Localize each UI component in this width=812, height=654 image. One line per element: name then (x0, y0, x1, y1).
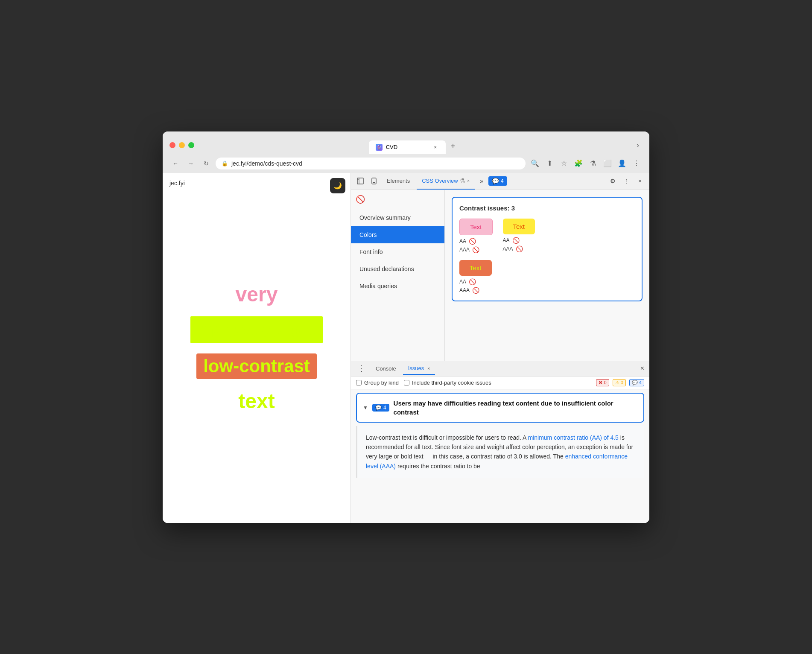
nav-item-colors[interactable]: Colors (351, 226, 444, 243)
tab-css-overview[interactable]: CSS Overview ⚗ × (417, 172, 475, 190)
svg-rect-2 (373, 182, 375, 183)
issues-badge-button[interactable]: 💬 4 (488, 176, 507, 186)
devtools-tabs-overflow[interactable]: » (476, 176, 487, 186)
aaa-fail-icon-orange: 🚫 (472, 287, 479, 294)
aa-fail-icon-orange: 🚫 (469, 278, 476, 285)
issue-title: Users may have difficulties reading text… (394, 399, 637, 417)
browser-content: jec.fyi 🌙 very inaccessible low-contrast… (163, 173, 649, 523)
issues-panel: ⋮ Console Issues × × Group by kind (351, 361, 649, 523)
issues-tab-close[interactable]: × (427, 366, 430, 371)
contrast-label-aa-orange: AA 🚫 (459, 278, 492, 285)
reload-button[interactable]: ↻ (200, 158, 212, 169)
group-by-kind-checkbox[interactable] (356, 380, 362, 385)
third-party-label[interactable]: Include third-party cookie issues (404, 380, 491, 386)
issue-text-3: requires the contrast ratio to be (397, 463, 480, 470)
text-preview-yellow[interactable]: Text (503, 219, 535, 234)
demo-text-low-contrast: low-contrast (196, 353, 317, 379)
css-sidebar-header: 🚫 (351, 190, 444, 209)
tab-elements[interactable]: Elements (382, 172, 415, 190)
third-party-checkbox[interactable] (404, 380, 409, 385)
issues-content: ▼ 💬 4 Users may have difficulties readin… (351, 389, 649, 523)
address-text: jec.fyi/demo/cds-quest-cvd (231, 160, 302, 167)
devtools-settings-button[interactable]: ⚙ (607, 175, 619, 187)
nav-item-media-queries[interactable]: Media queries (351, 277, 444, 295)
contrast-item-yellow: Text AA 🚫 AAA (503, 219, 535, 253)
issues-panel-close[interactable]: × (639, 363, 646, 374)
issues-tab-console[interactable]: Console (371, 363, 401, 374)
title-bar: 🔮 CVD × + › (163, 131, 649, 154)
forward-button[interactable]: → (185, 158, 197, 169)
devtools-main: 🚫 Overview summary Colors Font info (351, 190, 649, 361)
issues-toolbar: ⋮ Console Issues × × (351, 361, 649, 377)
issue-description: Low-contrast text is difficult or imposs… (366, 433, 636, 471)
issues-tab-issues[interactable]: Issues × (403, 362, 435, 375)
contrast-label-aaa-yellow: AAA 🚫 (503, 245, 535, 252)
demo-text-area: very inaccessible low-contrast text (180, 283, 333, 413)
extensions-icon[interactable]: 🧩 (572, 158, 584, 169)
tab-close-button[interactable]: × (432, 144, 439, 151)
demo-text-inaccessible-wrapper: inaccessible (190, 316, 323, 343)
lock-icon: 🔒 (222, 161, 228, 166)
dark-mode-button[interactable]: 🌙 (330, 178, 345, 193)
nav-item-unused-declarations[interactable]: Unused declarations (351, 260, 444, 277)
devtools-settings-area: ⚙ ⋮ × (607, 175, 646, 187)
close-traffic-light[interactable] (169, 142, 175, 148)
contrast-item-orange: Text AA 🚫 AAA (459, 260, 492, 294)
tab-overflow-button[interactable]: › (633, 139, 643, 152)
contrast-item-pink: Text AA 🚫 AAA (459, 219, 493, 253)
svg-rect-1 (372, 178, 376, 184)
devtools-more-button[interactable]: ⋮ (620, 175, 632, 187)
issue-link-aa[interactable]: minimum contrast ratio (AA) of 4.5 (528, 434, 618, 441)
profile-icon[interactable]: 👤 (616, 158, 628, 169)
device-tool-button[interactable] (368, 175, 380, 187)
nav-item-overview-summary[interactable]: Overview summary (351, 209, 444, 226)
aaa-fail-icon-pink: 🚫 (472, 246, 479, 253)
aa-fail-icon-yellow: 🚫 (512, 237, 520, 244)
text-preview-orange[interactable]: Text (459, 260, 492, 276)
browser-tab-cvd[interactable]: 🔮 CVD × (369, 140, 446, 154)
minimize-traffic-light[interactable] (179, 142, 185, 148)
issues-badge-icon: 💬 (492, 178, 499, 184)
css-sidebar-nav: Overview summary Colors Font info Unused… (351, 209, 444, 295)
traffic-lights (169, 142, 194, 148)
bookmark-icon[interactable]: ☆ (558, 158, 570, 169)
contrast-label-aaa-pink: AAA 🚫 (459, 246, 493, 253)
issues-filter-bar: Group by kind Include third-party cookie… (351, 377, 649, 389)
css-overview-tab-close[interactable]: × (467, 178, 470, 183)
demo-text-text: text (238, 389, 275, 413)
issues-count-badges: ✖ 0 ⚠ 0 💬 4 (596, 379, 644, 386)
issue-type-icon: 💬 (375, 405, 382, 411)
svg-rect-0 (357, 178, 363, 184)
issue-chevron-icon: ▼ (363, 405, 368, 411)
devtools-close-button[interactable]: × (634, 175, 646, 187)
demo-text-inaccessible: inaccessible (196, 318, 318, 341)
contrast-labels-yellow: AA 🚫 AAA 🚫 (503, 237, 535, 252)
issue-text-1: Low-contrast text is difficult or imposs… (366, 434, 521, 441)
navigation-bar: ← → ↻ 🔒 jec.fyi/demo/cds-quest-cvd 🔍 ⬆ ☆… (163, 154, 649, 173)
issue-header-contrast[interactable]: ▼ 💬 4 Users may have difficulties readin… (356, 393, 644, 423)
share-icon[interactable]: ⬆ (543, 158, 555, 169)
devtools-extension-icon[interactable]: ⚗ (587, 158, 599, 169)
split-screen-icon[interactable]: ⬜ (602, 158, 613, 169)
css-overview-content: Contrast issues: 3 Text (445, 190, 649, 361)
text-preview-pink[interactable]: Text (459, 219, 493, 235)
inspector-tool-button[interactable] (354, 175, 366, 187)
maximize-traffic-light[interactable] (188, 142, 194, 148)
devtools-panel: Elements CSS Overview ⚗ × » 💬 4 ⚙ ⋮ × (351, 173, 649, 523)
css-sidebar-icon: 🚫 (354, 193, 366, 205)
back-button[interactable]: ← (169, 158, 181, 169)
address-bar[interactable]: 🔒 jec.fyi/demo/cds-quest-cvd (216, 158, 526, 169)
group-by-kind-label[interactable]: Group by kind (356, 380, 399, 386)
aa-fail-icon-pink: 🚫 (469, 238, 476, 245)
nav-item-font-info[interactable]: Font info (351, 243, 444, 260)
contrast-label-aa-pink: AA 🚫 (459, 238, 493, 245)
new-tab-button[interactable]: + (447, 138, 459, 154)
info-count-badge: 💬 4 (629, 379, 644, 386)
search-icon[interactable]: 🔍 (529, 158, 541, 169)
contrast-issues-panel: Contrast issues: 3 Text (452, 197, 643, 301)
contrast-labels-orange: AA 🚫 AAA 🚫 (459, 278, 492, 294)
contrast-row-2: Text AA 🚫 AAA (459, 260, 635, 294)
menu-icon[interactable]: ⋮ (631, 158, 643, 169)
contrast-label-aaa-orange: AAA 🚫 (459, 287, 492, 294)
issues-panel-menu[interactable]: ⋮ (354, 362, 369, 375)
